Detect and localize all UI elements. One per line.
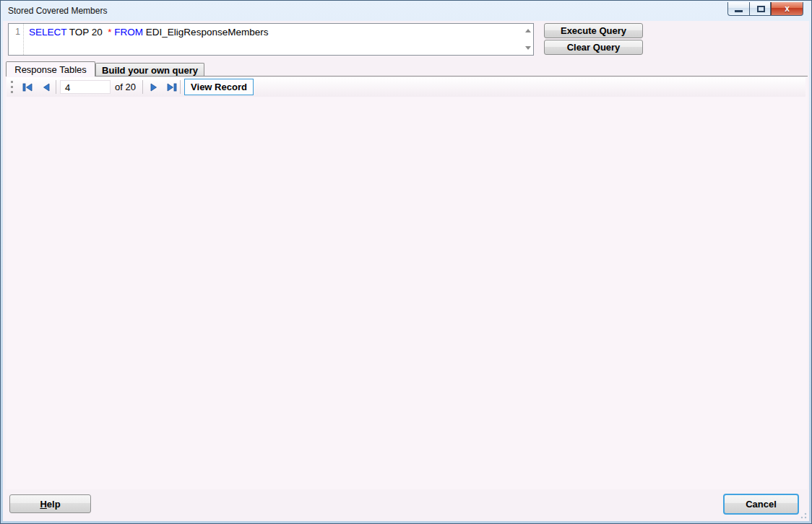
scroll-down-icon bbox=[525, 46, 531, 50]
help-label-rest: elp bbox=[47, 499, 61, 510]
help-button[interactable]: Help bbox=[9, 494, 91, 513]
last-record-button[interactable] bbox=[164, 79, 180, 95]
resize-grip-icon[interactable] bbox=[798, 510, 807, 519]
tab-response-tables[interactable]: Response Tables bbox=[6, 61, 95, 77]
toolbar-separator bbox=[142, 80, 143, 94]
toolbar-separator bbox=[56, 80, 56, 94]
minimize-button[interactable] bbox=[727, 2, 749, 16]
first-record-icon bbox=[22, 83, 33, 92]
next-record-button[interactable] bbox=[146, 79, 162, 95]
record-navigation-toolbar: 4 of 20 View Record bbox=[7, 77, 805, 97]
sql-token: SELECT bbox=[29, 27, 66, 38]
sql-token: TOP 20 bbox=[66, 27, 108, 38]
dialog-window: Stored Covered Members x 1 SELECT TOP 20… bbox=[0, 0, 812, 524]
previous-record-button[interactable] bbox=[38, 79, 54, 95]
toolbar-separator bbox=[180, 80, 181, 94]
editor-scrollbar[interactable] bbox=[523, 25, 532, 54]
maximize-icon bbox=[757, 6, 765, 12]
maximize-button[interactable] bbox=[749, 2, 771, 16]
last-record-icon bbox=[167, 83, 177, 92]
execute-query-button[interactable]: Execute Query bbox=[544, 23, 643, 38]
help-label-initial: H bbox=[40, 499, 46, 510]
next-record-icon bbox=[149, 83, 159, 92]
minimize-icon bbox=[735, 10, 743, 12]
cancel-button[interactable]: Cancel bbox=[723, 494, 799, 515]
tab-panel bbox=[6, 76, 808, 489]
line-number: 1 bbox=[9, 24, 24, 55]
first-record-button[interactable] bbox=[20, 79, 35, 95]
toolbar-grip-icon[interactable] bbox=[11, 81, 13, 93]
tab-build-your-own-query[interactable]: Build your own query bbox=[95, 63, 204, 77]
record-count-label: of 20 bbox=[115, 82, 136, 92]
window-title: Stored Covered Members bbox=[8, 6, 107, 16]
clear-query-button[interactable]: Clear Query bbox=[544, 40, 643, 55]
window-controls: x bbox=[727, 2, 803, 16]
close-button[interactable]: x bbox=[771, 2, 803, 16]
scroll-up-icon bbox=[525, 29, 531, 32]
sql-token: EDI_EligResponseMembers bbox=[143, 27, 268, 38]
view-record-button[interactable]: View Record bbox=[184, 79, 254, 95]
sql-query-editor[interactable]: 1 SELECT TOP 20 * FROM EDI_EligResponseM… bbox=[8, 23, 534, 56]
close-icon: x bbox=[785, 4, 790, 14]
sql-token: FROM bbox=[112, 27, 144, 38]
sql-text: SELECT TOP 20 * FROM EDI_EligResponseMem… bbox=[29, 27, 268, 38]
previous-record-icon bbox=[41, 83, 51, 92]
record-position-input[interactable]: 4 bbox=[60, 80, 111, 94]
